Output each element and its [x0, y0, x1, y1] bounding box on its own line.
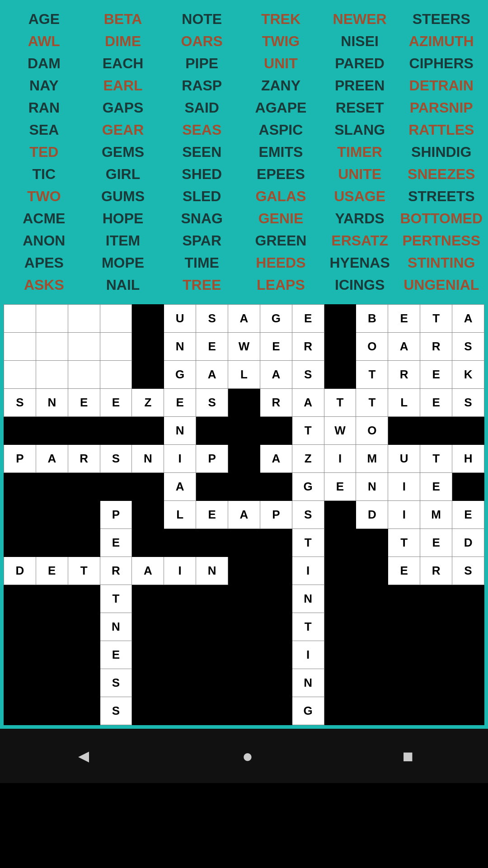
crossword-cell[interactable] [452, 585, 484, 613]
crossword-cell[interactable]: S [196, 389, 228, 417]
crossword-cell[interactable] [388, 697, 420, 725]
crossword-cell[interactable] [36, 361, 68, 389]
crossword-cell[interactable] [420, 641, 452, 669]
crossword-cell[interactable] [4, 529, 36, 557]
crossword-cell[interactable]: A [452, 305, 484, 333]
crossword-cell[interactable] [36, 529, 68, 557]
crossword-cell[interactable]: E [420, 473, 452, 501]
crossword-cell[interactable]: D [4, 557, 36, 585]
crossword-cell[interactable] [228, 557, 260, 585]
crossword-cell[interactable] [132, 669, 164, 697]
crossword-cell[interactable]: K [452, 361, 484, 389]
crossword-cell[interactable]: T [68, 557, 100, 585]
crossword-cell[interactable]: S [452, 333, 484, 361]
crossword-cell[interactable]: N [196, 557, 228, 585]
crossword-cell[interactable]: E [196, 333, 228, 361]
crossword-cell[interactable]: N [292, 669, 324, 697]
crossword-cell[interactable] [132, 697, 164, 725]
crossword-cell[interactable] [356, 613, 388, 641]
crossword-cell[interactable]: G [260, 305, 292, 333]
crossword-cell[interactable] [164, 613, 196, 641]
crossword-cell[interactable]: Z [292, 445, 324, 473]
crossword-cell[interactable] [100, 305, 132, 333]
crossword-cell[interactable]: T [356, 361, 388, 389]
crossword-cell[interactable] [36, 697, 68, 725]
crossword-cell[interactable] [388, 613, 420, 641]
crossword-cell[interactable] [228, 585, 260, 613]
crossword-cell[interactable] [324, 529, 356, 557]
crossword-cell[interactable]: G [164, 361, 196, 389]
crossword-cell[interactable]: T [420, 445, 452, 473]
crossword-cell[interactable] [324, 305, 356, 333]
crossword-cell[interactable] [228, 445, 260, 473]
crossword-cell[interactable] [164, 697, 196, 725]
crossword-cell[interactable]: T [420, 305, 452, 333]
crossword-cell[interactable]: P [4, 445, 36, 473]
crossword-cell[interactable]: U [164, 305, 196, 333]
crossword-cell[interactable]: A [228, 501, 260, 529]
crossword-cell[interactable]: S [100, 697, 132, 725]
recent-button[interactable]: ■ [402, 746, 413, 766]
crossword-cell[interactable]: N [132, 445, 164, 473]
crossword-cell[interactable] [324, 697, 356, 725]
crossword-cell[interactable] [36, 613, 68, 641]
crossword-cell[interactable]: S [100, 445, 132, 473]
crossword-cell[interactable]: E [100, 389, 132, 417]
crossword-cell[interactable]: R [420, 333, 452, 361]
crossword-cell[interactable]: L [388, 389, 420, 417]
crossword-cell[interactable] [36, 585, 68, 613]
crossword-cell[interactable]: I [292, 641, 324, 669]
crossword-cell[interactable]: A [388, 333, 420, 361]
crossword-cell[interactable] [356, 641, 388, 669]
crossword-cell[interactable]: Z [132, 389, 164, 417]
crossword-cell[interactable]: N [292, 585, 324, 613]
crossword-cell[interactable] [228, 473, 260, 501]
crossword-cell[interactable] [36, 501, 68, 529]
crossword-cell[interactable]: E [68, 389, 100, 417]
crossword-cell[interactable] [452, 417, 484, 445]
crossword-cell[interactable]: R [388, 361, 420, 389]
crossword-cell[interactable] [356, 557, 388, 585]
crossword-cell[interactable]: I [324, 445, 356, 473]
crossword-cell[interactable] [388, 641, 420, 669]
crossword-cell[interactable]: A [260, 361, 292, 389]
crossword-cell[interactable] [100, 361, 132, 389]
crossword-cell[interactable] [68, 473, 100, 501]
crossword-cell[interactable] [452, 473, 484, 501]
crossword-cell[interactable] [196, 529, 228, 557]
crossword-cell[interactable]: E [100, 529, 132, 557]
crossword-cell[interactable]: A [196, 361, 228, 389]
crossword-cell[interactable] [36, 641, 68, 669]
crossword-cell[interactable]: M [420, 501, 452, 529]
crossword-cell[interactable]: A [260, 445, 292, 473]
crossword-cell[interactable] [36, 669, 68, 697]
crossword-cell[interactable] [452, 641, 484, 669]
crossword-cell[interactable]: E [324, 473, 356, 501]
crossword-cell[interactable]: G [292, 697, 324, 725]
crossword-cell[interactable] [4, 585, 36, 613]
crossword-cell[interactable]: W [228, 333, 260, 361]
crossword-cell[interactable]: E [452, 501, 484, 529]
crossword-cell[interactable] [196, 697, 228, 725]
crossword-cell[interactable] [196, 613, 228, 641]
crossword-cell[interactable] [260, 473, 292, 501]
crossword-cell[interactable] [324, 585, 356, 613]
crossword-cell[interactable] [4, 613, 36, 641]
crossword-cell[interactable] [36, 333, 68, 361]
crossword-cell[interactable] [36, 473, 68, 501]
crossword-cell[interactable]: N [164, 333, 196, 361]
crossword-cell[interactable] [132, 613, 164, 641]
crossword-cell[interactable]: G [292, 473, 324, 501]
crossword-cell[interactable] [132, 641, 164, 669]
crossword-cell[interactable] [324, 501, 356, 529]
crossword-cell[interactable]: T [356, 389, 388, 417]
crossword-cell[interactable] [164, 669, 196, 697]
crossword-cell[interactable]: E [388, 557, 420, 585]
crossword-cell[interactable]: R [292, 333, 324, 361]
crossword-cell[interactable] [388, 585, 420, 613]
crossword-cell[interactable] [100, 417, 132, 445]
crossword-cell[interactable] [4, 333, 36, 361]
crossword-cell[interactable] [324, 557, 356, 585]
crossword-cell[interactable] [196, 669, 228, 697]
crossword-cell[interactable] [260, 557, 292, 585]
